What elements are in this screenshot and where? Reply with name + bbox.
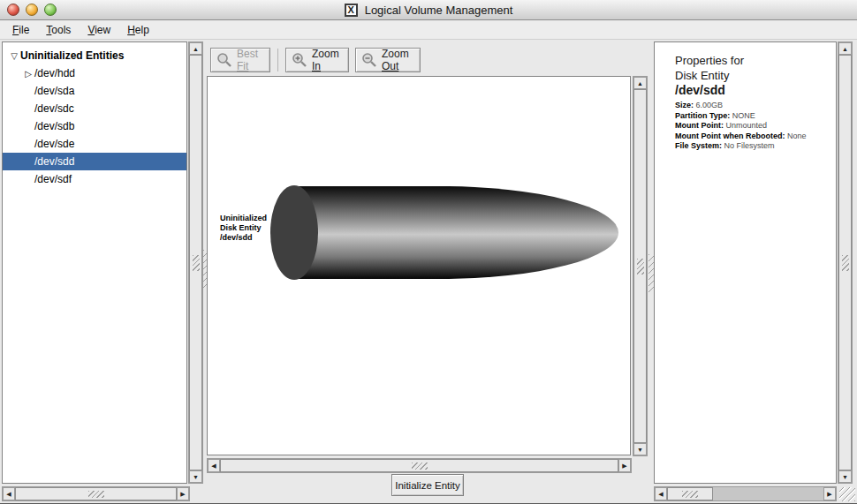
tree-item-dev-sdd[interactable]: /dev/sdd — [3, 153, 186, 170]
expander-closed-icon[interactable]: ▷ — [22, 69, 34, 79]
menu-tools[interactable]: Tools — [42, 22, 74, 38]
scroll-up-icon[interactable]: ▲ — [633, 77, 647, 89]
tree-item-dev-hdd[interactable]: ▷ /dev/hdd — [3, 64, 186, 82]
scroll-left-icon[interactable]: ◀ — [655, 487, 667, 500]
tree-hscroll-thumb[interactable] — [15, 487, 177, 500]
thumb-grip — [682, 491, 698, 498]
menu-help[interactable]: Help — [124, 22, 153, 38]
zoom-out-icon — [361, 52, 377, 68]
tree-item-dev-sdf[interactable]: /dev/sdf — [3, 170, 186, 188]
tree-vertical-scrollbar[interactable]: ▲ ▼ — [188, 41, 203, 484]
property-mount-point: Mount Point: Unmounted — [675, 121, 807, 132]
scrollbar-trough[interactable] — [713, 487, 823, 500]
properties-vertical-scrollbar[interactable]: ▲ ▼ — [838, 41, 853, 484]
expander-open-icon[interactable]: ▽ — [8, 51, 20, 61]
thumb-grip — [842, 255, 849, 271]
tree-vscroll-thumb[interactable] — [189, 55, 202, 470]
entities-tree-panel: ▽ Uninitialized Entities ▷ /dev/hdd /dev… — [2, 41, 187, 484]
disk-cylinder[interactable] — [293, 186, 618, 279]
tree-root-uninitialized-entities[interactable]: ▽ Uninitialized Entities — [3, 47, 186, 64]
zoom-in-button[interactable]: Zoom In — [285, 48, 349, 72]
properties-vscroll-thumb[interactable] — [838, 55, 852, 470]
properties-fields: Size: 6.00GB Partition Type: NONE Mount … — [675, 101, 807, 152]
scroll-down-icon[interactable]: ▼ — [633, 443, 647, 455]
tree-item-dev-sda[interactable]: /dev/sda — [3, 82, 186, 100]
toolbar-separator — [277, 49, 278, 71]
volume-canvas: Uninitialized Disk Entity /dev/sdd — [207, 76, 631, 455]
property-partition-type: Partition Type: NONE — [675, 111, 807, 122]
menu-view[interactable]: View — [84, 22, 114, 38]
disk-entity-label: Uninitialized Disk Entity /dev/sdd — [220, 214, 267, 243]
thumb-grip — [193, 255, 200, 271]
magnifier-icon — [216, 52, 232, 68]
thumb-grip — [412, 463, 428, 470]
x11-logo-icon: X — [345, 4, 358, 17]
zoom-out-button[interactable]: Zoom Out — [355, 48, 421, 72]
property-mount-point-rebooted: Mount Point when Rebooted: None — [675, 132, 807, 142]
scroll-up-icon[interactable]: ▲ — [838, 42, 852, 55]
properties-heading: Properties for Disk Entity /dev/sdd — [675, 53, 744, 98]
window-controls — [7, 4, 57, 16]
tree-horizontal-scrollbar[interactable]: ◀ ▶ — [2, 486, 190, 501]
title-bar: X Logical Volume Management — [0, 0, 857, 20]
tree-item-dev-sdc[interactable]: /dev/sdc — [3, 100, 186, 117]
scroll-down-icon[interactable]: ▼ — [838, 470, 852, 483]
disk-cylinder-cap[interactable] — [270, 185, 318, 280]
zoom-window-button[interactable] — [44, 4, 57, 16]
scroll-down-icon[interactable]: ▼ — [189, 470, 202, 483]
scroll-right-icon[interactable]: ▶ — [618, 459, 631, 472]
properties-panel: Properties for Disk Entity /dev/sdd Size… — [654, 41, 837, 484]
tree-item-dev-sdb[interactable]: /dev/sdb — [3, 117, 186, 135]
thumb-grip — [88, 491, 104, 498]
initialize-entity-button[interactable]: Initialize Entity — [391, 474, 464, 496]
scroll-right-icon[interactable]: ▶ — [823, 487, 836, 500]
scroll-left-icon[interactable]: ◀ — [3, 487, 15, 500]
best-fit-button[interactable]: Best Fit — [210, 48, 270, 72]
tree-item-dev-sde[interactable]: /dev/sde — [3, 135, 186, 153]
properties-hscroll-thumb[interactable] — [667, 487, 713, 500]
canvas-vscroll-thumb[interactable] — [633, 89, 647, 443]
scroll-up-icon[interactable]: ▲ — [189, 42, 202, 55]
app-window: X Logical Volume Management File Tools V… — [0, 0, 857, 504]
canvas-horizontal-scrollbar[interactable]: ◀ ▶ — [207, 458, 632, 473]
thumb-grip — [637, 259, 644, 275]
canvas-hscroll-thumb[interactable] — [220, 459, 618, 472]
window-resize-grip[interactable] — [839, 487, 855, 501]
minimize-button[interactable] — [26, 4, 38, 16]
scroll-right-icon[interactable]: ▶ — [177, 487, 189, 500]
properties-horizontal-scrollbar[interactable]: ◀ ▶ — [654, 486, 837, 501]
canvas-vertical-scrollbar[interactable]: ▲ ▼ — [633, 76, 648, 456]
window-title: Logical Volume Management — [365, 4, 513, 17]
property-file-system: File System: No Filesystem — [675, 141, 807, 152]
close-button[interactable] — [7, 4, 19, 16]
menu-file[interactable]: File — [9, 22, 33, 38]
title-group: X Logical Volume Management — [345, 4, 513, 17]
zoom-in-icon — [292, 52, 307, 68]
scroll-left-icon[interactable]: ◀ — [208, 459, 220, 472]
menu-bar: File Tools View Help — [0, 21, 857, 40]
property-size: Size: 6.00GB — [675, 101, 807, 111]
